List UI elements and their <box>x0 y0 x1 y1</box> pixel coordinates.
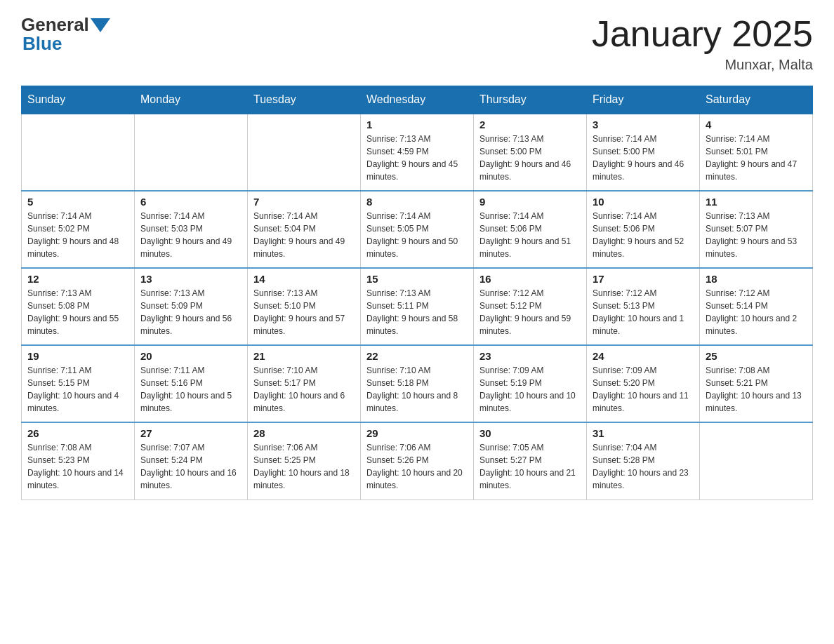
calendar-cell: 29Sunrise: 7:06 AMSunset: 5:26 PMDayligh… <box>361 422 474 499</box>
calendar-cell: 18Sunrise: 7:12 AMSunset: 5:14 PMDayligh… <box>700 268 813 345</box>
day-info: Sunrise: 7:14 AMSunset: 5:01 PMDaylight:… <box>706 133 807 183</box>
day-info: Sunrise: 7:10 AMSunset: 5:18 PMDaylight:… <box>366 364 468 415</box>
calendar-cell: 28Sunrise: 7:06 AMSunset: 5:25 PMDayligh… <box>248 422 361 499</box>
day-header-thursday: Thursday <box>474 86 587 114</box>
day-info: Sunrise: 7:06 AMSunset: 5:25 PMDaylight:… <box>253 441 355 492</box>
calendar-cell: 23Sunrise: 7:09 AMSunset: 5:19 PMDayligh… <box>474 345 587 422</box>
day-number: 29 <box>366 427 468 439</box>
day-number: 5 <box>27 196 128 208</box>
calendar-header-row: SundayMondayTuesdayWednesdayThursdayFrid… <box>22 86 813 114</box>
calendar-cell: 30Sunrise: 7:05 AMSunset: 5:27 PMDayligh… <box>474 422 587 499</box>
day-number: 22 <box>366 350 468 362</box>
day-number: 10 <box>593 196 694 208</box>
day-number: 30 <box>479 427 581 439</box>
day-number: 6 <box>140 196 241 208</box>
day-info: Sunrise: 7:05 AMSunset: 5:27 PMDaylight:… <box>479 441 581 492</box>
calendar-cell: 4Sunrise: 7:14 AMSunset: 5:01 PMDaylight… <box>700 114 813 191</box>
day-info: Sunrise: 7:13 AMSunset: 5:11 PMDaylight:… <box>366 287 468 337</box>
calendar-cell: 22Sunrise: 7:10 AMSunset: 5:18 PMDayligh… <box>361 345 474 422</box>
calendar-cell: 27Sunrise: 7:07 AMSunset: 5:24 PMDayligh… <box>135 422 248 499</box>
calendar-cell: 19Sunrise: 7:11 AMSunset: 5:15 PMDayligh… <box>22 345 135 422</box>
calendar-cell: 10Sunrise: 7:14 AMSunset: 5:06 PMDayligh… <box>587 191 700 268</box>
day-info: Sunrise: 7:14 AMSunset: 5:02 PMDaylight:… <box>27 210 128 260</box>
day-number: 3 <box>593 119 694 130</box>
calendar-cell <box>700 422 813 499</box>
calendar-week-row: 5Sunrise: 7:14 AMSunset: 5:02 PMDaylight… <box>22 191 813 268</box>
calendar-cell <box>248 114 361 191</box>
day-number: 21 <box>253 350 355 362</box>
day-number: 17 <box>593 273 694 285</box>
day-number: 9 <box>479 196 581 208</box>
calendar-cell: 8Sunrise: 7:14 AMSunset: 5:05 PMDaylight… <box>361 191 474 268</box>
day-number: 24 <box>593 350 694 362</box>
day-info: Sunrise: 7:07 AMSunset: 5:24 PMDaylight:… <box>140 441 241 492</box>
calendar-cell: 6Sunrise: 7:14 AMSunset: 5:03 PMDaylight… <box>135 191 248 268</box>
calendar-cell: 7Sunrise: 7:14 AMSunset: 5:04 PMDaylight… <box>248 191 361 268</box>
day-info: Sunrise: 7:14 AMSunset: 5:03 PMDaylight:… <box>140 210 241 260</box>
day-info: Sunrise: 7:13 AMSunset: 5:08 PMDaylight:… <box>27 287 128 337</box>
day-header-monday: Monday <box>135 86 248 114</box>
calendar-cell: 26Sunrise: 7:08 AMSunset: 5:23 PMDayligh… <box>22 422 135 499</box>
calendar-cell: 14Sunrise: 7:13 AMSunset: 5:10 PMDayligh… <box>248 268 361 345</box>
day-number: 8 <box>366 196 468 208</box>
calendar-week-row: 19Sunrise: 7:11 AMSunset: 5:15 PMDayligh… <box>22 345 813 422</box>
day-number: 23 <box>479 350 581 362</box>
day-number: 28 <box>253 427 355 439</box>
day-header-tuesday: Tuesday <box>248 86 361 114</box>
day-info: Sunrise: 7:14 AMSunset: 5:04 PMDaylight:… <box>253 210 355 260</box>
calendar-cell: 3Sunrise: 7:14 AMSunset: 5:00 PMDaylight… <box>587 114 700 191</box>
title-area: January 2025 Munxar, Malta <box>592 14 813 73</box>
day-info: Sunrise: 7:08 AMSunset: 5:21 PMDaylight:… <box>706 364 807 415</box>
day-info: Sunrise: 7:13 AMSunset: 5:09 PMDaylight:… <box>140 287 241 337</box>
day-info: Sunrise: 7:12 AMSunset: 5:13 PMDaylight:… <box>593 287 694 337</box>
day-number: 11 <box>706 196 807 208</box>
day-number: 16 <box>479 273 581 285</box>
day-number: 18 <box>706 273 807 285</box>
calendar-cell: 5Sunrise: 7:14 AMSunset: 5:02 PMDaylight… <box>22 191 135 268</box>
day-info: Sunrise: 7:14 AMSunset: 5:06 PMDaylight:… <box>479 210 581 260</box>
day-number: 7 <box>253 196 355 208</box>
day-header-sunday: Sunday <box>22 86 135 114</box>
day-info: Sunrise: 7:11 AMSunset: 5:15 PMDaylight:… <box>27 364 128 415</box>
calendar-week-row: 1Sunrise: 7:13 AMSunset: 4:59 PMDaylight… <box>22 114 813 191</box>
calendar-week-row: 26Sunrise: 7:08 AMSunset: 5:23 PMDayligh… <box>22 422 813 499</box>
day-number: 1 <box>366 119 468 130</box>
calendar-cell: 31Sunrise: 7:04 AMSunset: 5:28 PMDayligh… <box>587 422 700 499</box>
calendar-table: SundayMondayTuesdayWednesdayThursdayFrid… <box>21 86 813 500</box>
day-number: 12 <box>27 273 128 285</box>
calendar-week-row: 12Sunrise: 7:13 AMSunset: 5:08 PMDayligh… <box>22 268 813 345</box>
day-header-wednesday: Wednesday <box>361 86 474 114</box>
day-info: Sunrise: 7:13 AMSunset: 5:07 PMDaylight:… <box>706 210 807 260</box>
day-info: Sunrise: 7:13 AMSunset: 5:00 PMDaylight:… <box>479 133 581 183</box>
calendar-cell: 1Sunrise: 7:13 AMSunset: 4:59 PMDaylight… <box>361 114 474 191</box>
day-header-friday: Friday <box>587 86 700 114</box>
calendar-cell: 20Sunrise: 7:11 AMSunset: 5:16 PMDayligh… <box>135 345 248 422</box>
location-subtitle: Munxar, Malta <box>592 57 813 73</box>
day-info: Sunrise: 7:08 AMSunset: 5:23 PMDaylight:… <box>27 441 128 492</box>
calendar-cell: 11Sunrise: 7:13 AMSunset: 5:07 PMDayligh… <box>700 191 813 268</box>
day-number: 14 <box>253 273 355 285</box>
calendar-cell: 9Sunrise: 7:14 AMSunset: 5:06 PMDaylight… <box>474 191 587 268</box>
logo: General Blue <box>21 14 110 55</box>
day-info: Sunrise: 7:13 AMSunset: 5:10 PMDaylight:… <box>253 287 355 337</box>
calendar-cell: 2Sunrise: 7:13 AMSunset: 5:00 PMDaylight… <box>474 114 587 191</box>
day-number: 15 <box>366 273 468 285</box>
calendar-cell: 12Sunrise: 7:13 AMSunset: 5:08 PMDayligh… <box>22 268 135 345</box>
day-info: Sunrise: 7:04 AMSunset: 5:28 PMDaylight:… <box>593 441 694 492</box>
day-number: 13 <box>140 273 241 285</box>
day-number: 20 <box>140 350 241 362</box>
calendar-cell <box>135 114 248 191</box>
calendar-cell: 15Sunrise: 7:13 AMSunset: 5:11 PMDayligh… <box>361 268 474 345</box>
day-info: Sunrise: 7:09 AMSunset: 5:20 PMDaylight:… <box>593 364 694 415</box>
calendar-cell: 24Sunrise: 7:09 AMSunset: 5:20 PMDayligh… <box>587 345 700 422</box>
day-number: 19 <box>27 350 128 362</box>
day-info: Sunrise: 7:12 AMSunset: 5:14 PMDaylight:… <box>706 287 807 337</box>
calendar-cell: 13Sunrise: 7:13 AMSunset: 5:09 PMDayligh… <box>135 268 248 345</box>
logo-blue-text: Blue <box>22 33 62 55</box>
day-info: Sunrise: 7:11 AMSunset: 5:16 PMDaylight:… <box>140 364 241 415</box>
svg-marker-0 <box>91 18 110 32</box>
day-number: 31 <box>593 427 694 439</box>
calendar-cell: 25Sunrise: 7:08 AMSunset: 5:21 PMDayligh… <box>700 345 813 422</box>
day-info: Sunrise: 7:12 AMSunset: 5:12 PMDaylight:… <box>479 287 581 337</box>
calendar-cell: 16Sunrise: 7:12 AMSunset: 5:12 PMDayligh… <box>474 268 587 345</box>
